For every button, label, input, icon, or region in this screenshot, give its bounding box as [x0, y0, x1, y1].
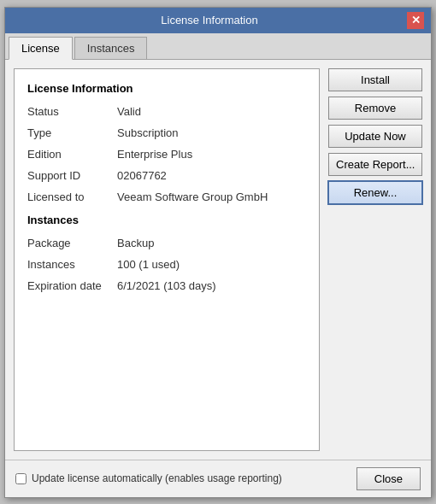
table-row: Instances 100 (1 used) [27, 258, 306, 271]
support-id-value: 02067762 [117, 169, 167, 182]
license-section-title: License Information [27, 82, 306, 95]
licensed-to-label: Licensed to [27, 190, 117, 203]
auto-update-checkbox-label[interactable]: Update license automatically (enables us… [15, 472, 282, 484]
tab-instances[interactable]: Instances [74, 37, 148, 59]
table-row: Edition Enterprise Plus [27, 148, 306, 161]
edition-label: Edition [27, 148, 117, 161]
tab-license[interactable]: License [9, 37, 73, 60]
package-label: Package [27, 237, 117, 249]
instances-value: 100 (1 used) [117, 258, 180, 271]
footer-left: Update license automatically (enables us… [15, 472, 282, 484]
auto-update-checkbox[interactable] [15, 473, 27, 484]
create-report-button[interactable]: Create Report... [328, 153, 422, 176]
expiration-value: 6/1/2021 (103 days) [117, 279, 216, 292]
tab-bar: License Instances [5, 33, 431, 60]
dialog-title: License Information [12, 14, 407, 26]
update-now-button[interactable]: Update Now [328, 125, 422, 148]
renew-button[interactable]: Renew... [328, 181, 422, 204]
table-row: Type Subscription [27, 126, 306, 139]
dialog: License Information ✕ License Instances … [4, 7, 432, 498]
footer: Update license automatically (enables us… [5, 460, 431, 497]
type-label: Type [27, 126, 117, 139]
package-value: Backup [117, 237, 154, 249]
licensed-to-value: Veeam Software Group GmbH [117, 190, 268, 203]
table-row: Licensed to Veeam Software Group GmbH [27, 190, 306, 203]
status-label: Status [27, 105, 117, 118]
table-row: Expiration date 6/1/2021 (103 days) [27, 279, 306, 292]
expiration-label: Expiration date [27, 279, 117, 292]
title-bar: License Information ✕ [5, 8, 431, 33]
edition-value: Enterprise Plus [117, 148, 192, 161]
main-panel: License Information Status Valid Type Su… [14, 68, 320, 451]
table-row: Support ID 02067762 [27, 169, 306, 182]
table-row: Package Backup [27, 237, 306, 249]
type-value: Subscription [117, 126, 179, 139]
sidebar-buttons: Install Remove Update Now Create Report.… [328, 68, 422, 451]
support-id-label: Support ID [27, 169, 117, 182]
status-value: Valid [117, 105, 141, 118]
instances-section-title: Instances [27, 214, 306, 226]
content-area: License Information Status Valid Type Su… [5, 60, 431, 460]
install-button[interactable]: Install [328, 68, 422, 91]
auto-update-label: Update license automatically (enables us… [32, 472, 282, 484]
close-button[interactable]: Close [356, 467, 421, 490]
remove-button[interactable]: Remove [328, 97, 422, 120]
close-x-button[interactable]: ✕ [407, 12, 424, 29]
table-row: Status Valid [27, 105, 306, 118]
instances-label: Instances [27, 258, 117, 271]
